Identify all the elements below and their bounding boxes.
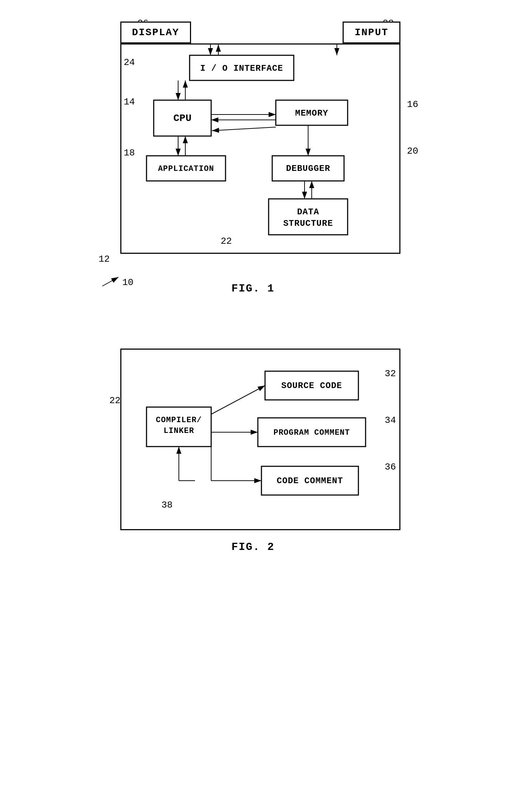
ref-22-fig2: 22 (110, 395, 121, 406)
fig2-caption: FIG. 2 (231, 541, 274, 553)
ref10-arrow (99, 275, 120, 290)
svg-line-22 (212, 127, 276, 131)
svg-line-28 (102, 277, 119, 286)
fig2-diagram: 22 32 34 36 38 COMPILER/ LINKER SOUR (29, 349, 477, 571)
svg-text:SOURCE CODE: SOURCE CODE (281, 381, 342, 391)
svg-text:DEBUGGER: DEBUGGER (286, 164, 330, 173)
svg-text:APPLICATION: APPLICATION (158, 164, 214, 173)
svg-text:MEMORY: MEMORY (295, 108, 328, 118)
svg-text:DATA: DATA (297, 207, 319, 217)
fig1-arrows: I / O INTERFACE CPU MEMORY APPLICATION D… (121, 45, 401, 253)
svg-text:STRUCTURE: STRUCTURE (283, 219, 333, 228)
svg-text:PROGRAM COMMENT: PROGRAM COMMENT (273, 428, 350, 437)
fig2-arrows: COMPILER/ LINKER SOURCE CODE PROGRAM COM… (139, 360, 384, 511)
ref-10: 10 (99, 275, 134, 290)
fig1-diagram: 26 28 DISPLAY INPUT 12 24 14 16 18 20 22 (29, 22, 477, 313)
svg-text:COMPILER/: COMPILER/ (156, 416, 202, 425)
svg-text:I / O  INTERFACE: I / O INTERFACE (200, 64, 283, 73)
input-block: INPUT (343, 22, 400, 43)
svg-text:CODE COMMENT: CODE COMMENT (277, 476, 343, 486)
svg-text:LINKER: LINKER (163, 426, 194, 435)
ref-20: 20 (407, 146, 418, 157)
svg-text:CPU: CPU (173, 113, 191, 124)
ref-16: 16 (407, 99, 418, 110)
fig1-caption: FIG. 1 (231, 283, 274, 295)
svg-line-40 (211, 386, 265, 414)
svg-rect-12 (269, 199, 348, 235)
ref-12: 12 (99, 254, 110, 265)
display-block: DISPLAY (120, 22, 191, 43)
